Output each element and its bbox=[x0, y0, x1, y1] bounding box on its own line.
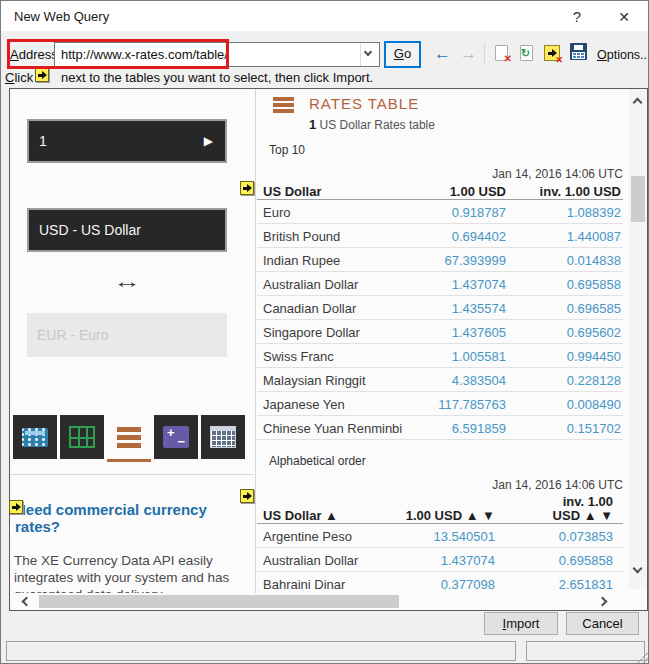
go-button[interactable]: Go bbox=[384, 41, 421, 68]
alphabetical-label: Alphabetical order bbox=[269, 454, 366, 468]
charts-tab[interactable] bbox=[60, 415, 104, 459]
inverse-rate-value[interactable]: 1.088392 bbox=[567, 205, 621, 220]
currency-name: Indian Rupee bbox=[263, 253, 340, 268]
panel-divider bbox=[10, 474, 254, 475]
table-row: Chinese Yuan Renminbi6.5918590.151702 bbox=[257, 416, 623, 440]
charts-icon bbox=[69, 426, 95, 448]
scroll-left-icon[interactable] bbox=[22, 597, 32, 607]
currency-name: Bahraini Dinar bbox=[263, 577, 345, 592]
rate-value[interactable]: 1.435574 bbox=[452, 301, 506, 316]
cancel-button[interactable]: Cancel bbox=[566, 612, 639, 635]
convert-play-icon[interactable]: ▶ bbox=[204, 121, 213, 161]
status-bar-right bbox=[526, 641, 645, 661]
rates-table-icon bbox=[117, 435, 141, 440]
header-inverse-rate: inv. 1.00 USD bbox=[540, 184, 621, 199]
rate-value[interactable]: 13.540501 bbox=[434, 529, 495, 544]
header-currency-sort[interactable]: US Dollar ▲ bbox=[263, 508, 338, 523]
currency-name: Singapore Dollar bbox=[263, 325, 360, 340]
inverse-rate-value[interactable]: 0.695858 bbox=[559, 553, 613, 568]
inverse-rate-value[interactable]: 0.695602 bbox=[567, 325, 621, 340]
currency-name: Australian Dollar bbox=[263, 277, 358, 292]
stop-button[interactable]: ✕ bbox=[495, 45, 508, 61]
inverse-rate-value[interactable]: 0.228128 bbox=[567, 373, 621, 388]
data-table-tab[interactable] bbox=[201, 415, 245, 459]
inverse-rate-value[interactable]: 0.073853 bbox=[559, 529, 613, 544]
swap-currencies-icon[interactable]: ↔ bbox=[82, 271, 172, 293]
inverse-rate-value[interactable]: 0.151702 bbox=[567, 421, 621, 436]
rates-table-tab[interactable] bbox=[107, 415, 151, 459]
help-button[interactable]: ? bbox=[562, 5, 592, 29]
rate-value[interactable]: 117.785763 bbox=[438, 397, 506, 412]
rate-value[interactable]: 0.694402 bbox=[452, 229, 506, 244]
inverse-rate-value[interactable]: 2.651831 bbox=[559, 577, 613, 592]
rate-value[interactable]: 1.005581 bbox=[452, 349, 506, 364]
rate-value[interactable]: 1.437605 bbox=[452, 325, 506, 340]
save-query-button[interactable] bbox=[570, 43, 587, 60]
currency-name: Swiss Franc bbox=[263, 349, 334, 364]
resize-grip-icon[interactable] bbox=[637, 651, 649, 663]
promo-body: The XE Currency Data API easily integrat… bbox=[14, 552, 251, 595]
scroll-down-icon[interactable] bbox=[633, 564, 643, 574]
table-row: Argentine Peso13.5405010.073853 bbox=[257, 524, 623, 548]
address-dropdown-button[interactable] bbox=[360, 43, 379, 66]
table-row: Euro0.9187871.088392 bbox=[257, 200, 623, 224]
back-arrow-icon: ← bbox=[434, 44, 451, 63]
horizontal-scroll-thumb[interactable] bbox=[39, 595, 399, 608]
inverse-rate-value[interactable]: 0.008490 bbox=[567, 397, 621, 412]
top10-header-row: US Dollar 1.00 USD inv. 1.00 USD bbox=[257, 183, 623, 199]
rate-value[interactable]: 0.918787 bbox=[452, 205, 506, 220]
inverse-rate-value[interactable]: 0.696585 bbox=[567, 301, 621, 316]
rates-table-subtitle: 1 US Dollar Rates table bbox=[309, 117, 435, 132]
forward-button[interactable]: → bbox=[460, 44, 477, 64]
close-button[interactable]: ✕ bbox=[609, 5, 639, 29]
address-value: http://www.x-rates.com/table/ bbox=[61, 47, 229, 62]
scrollbar-corner bbox=[623, 593, 647, 610]
rate-value[interactable]: 6.591859 bbox=[452, 421, 506, 436]
from-currency-select[interactable]: USD - US Dollar bbox=[27, 208, 227, 252]
currency-name: Euro bbox=[263, 205, 290, 220]
amount-input[interactable]: 1 ▶ bbox=[27, 119, 227, 163]
save-icon bbox=[574, 45, 583, 50]
table-row: Singapore Dollar1.4376050.695602 bbox=[257, 320, 623, 344]
inverse-rate-value[interactable]: 0.014838 bbox=[567, 253, 621, 268]
import-button[interactable]: Import bbox=[484, 612, 558, 635]
inverse-rate-value[interactable]: 1.440087 bbox=[567, 229, 621, 244]
vertical-scroll-thumb[interactable] bbox=[631, 176, 645, 222]
scroll-right-icon[interactable] bbox=[598, 597, 608, 607]
inverse-rate-value[interactable]: 0.695858 bbox=[567, 277, 621, 292]
rates-table-title: RATES TABLE bbox=[309, 95, 419, 112]
currency-name: Chinese Yuan Renminbi bbox=[263, 421, 402, 436]
vertical-scrollbar[interactable] bbox=[629, 89, 647, 589]
table-row: British Pound0.6944021.440087 bbox=[257, 224, 623, 248]
refresh-icon: ↻ bbox=[521, 47, 530, 60]
select-top10-table-marker[interactable] bbox=[240, 181, 254, 195]
inverse-rate-value[interactable]: 0.994450 bbox=[567, 349, 621, 364]
plus-minus-icon bbox=[163, 426, 189, 448]
dialog-title: New Web Query bbox=[14, 9, 109, 24]
calculator-tab[interactable] bbox=[13, 415, 57, 459]
header-inverse-rate-sort[interactable]: inv. 1.00 USD ▲ ▼ bbox=[533, 495, 613, 523]
rate-value[interactable]: 4.383504 bbox=[452, 373, 506, 388]
rate-value[interactable]: 0.377098 bbox=[441, 577, 495, 592]
select-promo-table-marker[interactable] bbox=[9, 500, 23, 514]
currency-name: Argentine Peso bbox=[263, 529, 352, 544]
scroll-up-icon[interactable] bbox=[633, 98, 643, 108]
rate-value[interactable]: 1.437074 bbox=[441, 553, 495, 568]
back-button[interactable]: ← bbox=[434, 44, 451, 64]
amount-value: 1 bbox=[39, 133, 47, 149]
refresh-button[interactable]: ↻ bbox=[520, 45, 533, 61]
rate-value[interactable]: 67.393999 bbox=[445, 253, 506, 268]
header-rate-sort[interactable]: 1.00 USD ▲ ▼ bbox=[406, 508, 495, 523]
rate-value[interactable]: 1.437074 bbox=[452, 277, 506, 292]
title-bar: New Web Query ? ✕ bbox=[1, 1, 648, 31]
plus-minus-tab[interactable] bbox=[154, 415, 198, 459]
address-input[interactable]: http://www.x-rates.com/table/ bbox=[54, 42, 380, 67]
to-currency-select[interactable]: EUR - Euro bbox=[27, 313, 227, 357]
options-button[interactable]: Options... bbox=[597, 48, 649, 62]
select-alphabetical-table-marker[interactable] bbox=[240, 489, 254, 503]
horizontal-scrollbar[interactable] bbox=[10, 593, 623, 610]
new-web-query-dialog: New Web Query ? ✕ Address: http://www.x-… bbox=[0, 0, 649, 664]
top10-label: Top 10 bbox=[269, 143, 305, 157]
hide-markers-button[interactable]: ✕ bbox=[544, 45, 560, 61]
promo-heading[interactable]: Need commercial currency rates? bbox=[15, 501, 247, 535]
